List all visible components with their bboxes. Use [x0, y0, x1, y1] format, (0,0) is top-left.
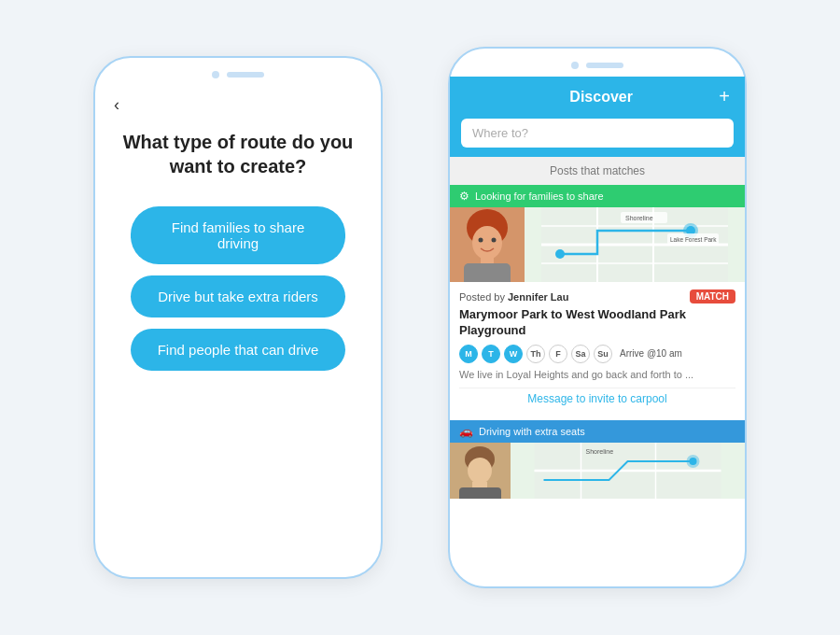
invite-link[interactable]: Message to invite to carpool: [459, 388, 735, 411]
svg-text:Shoreline: Shoreline: [625, 215, 653, 221]
share-icon: ⚙: [459, 190, 469, 203]
svg-text:Shoreline: Shoreline: [586, 448, 614, 455]
svg-rect-4: [464, 263, 511, 282]
card-1-body: Posted by Jennifer Lau MATCH Marymoor Pa…: [450, 282, 745, 418]
car-icon: 🚗: [459, 425, 473, 438]
card-2-image-row: Shoreline: [450, 443, 745, 499]
right-phone-content: Discover + Where to? Posts that matches …: [450, 77, 745, 572]
day-T: T: [482, 345, 500, 363]
drive-extra-button[interactable]: Drive but take extra riders: [131, 275, 345, 318]
posted-by-text: Posted by Jennifer Lau: [459, 291, 568, 303]
svg-point-13: [555, 249, 565, 259]
day-W: W: [504, 345, 523, 363]
left-phone-content: ‹ What type of route do you want to crea…: [95, 86, 381, 389]
left-phone: ‹ What type of route do you want to crea…: [93, 56, 383, 579]
right-phone: Discover + Where to? Posts that matches …: [448, 47, 747, 588]
find-families-button[interactable]: Find families to share driving: [131, 206, 345, 264]
card-2: 🚗 Driving with extra seats: [450, 420, 745, 499]
day-Th: Th: [526, 345, 545, 363]
card-1-image-row: Shoreline Lake Forest Park: [450, 207, 745, 282]
back-arrow[interactable]: ‹: [114, 95, 119, 115]
card-desc: We live in Loyal Heights and go back and…: [459, 369, 735, 380]
day-M: M: [459, 345, 478, 363]
svg-point-2: [472, 226, 502, 260]
card-2-avatar: [450, 443, 511, 499]
right-speaker: [586, 63, 623, 68]
posted-by-row: Posted by Jennifer Lau MATCH: [459, 289, 735, 303]
card-2-banner: 🚗 Driving with extra seats: [450, 420, 745, 443]
discover-header: Discover +: [450, 77, 745, 119]
day-Sa: Sa: [571, 345, 590, 363]
days-row: M T W Th F Sa Su Arrive @10 am: [459, 345, 735, 363]
card-2-map: Shoreline: [511, 443, 745, 499]
search-input[interactable]: Where to?: [461, 119, 734, 148]
route-options: Find families to share driving Drive but…: [114, 206, 362, 371]
svg-point-30: [690, 458, 697, 465]
left-speaker: [227, 72, 264, 78]
day-Su: Su: [594, 345, 612, 363]
svg-point-22: [468, 458, 492, 484]
right-phone-top: [450, 49, 745, 77]
svg-point-6: [492, 238, 497, 243]
svg-text:Lake Forest Park: Lake Forest Park: [670, 236, 717, 243]
route-question: What type of route do you want to create…: [114, 130, 362, 178]
right-camera: [571, 62, 579, 69]
search-wrapper: Where to?: [450, 119, 745, 157]
card-2-banner-text: Driving with extra seats: [479, 426, 585, 437]
card-1-map: Shoreline Lake Forest Park: [525, 207, 745, 282]
find-drivers-button[interactable]: Find people that can drive: [131, 329, 345, 371]
card-1-banner-text: Looking for families to share: [475, 190, 604, 202]
phones-container: ‹ What type of route do you want to crea…: [65, 28, 775, 607]
card-1: ⚙ Looking for families to share: [450, 185, 745, 418]
svg-rect-24: [459, 487, 501, 499]
card-title: Marymoor Park to West Woodland Park Play…: [459, 307, 735, 339]
match-badge: MATCH: [690, 289, 735, 303]
discover-title: Discover: [483, 89, 719, 106]
arrive-time: Arrive @10 am: [620, 348, 682, 359]
plus-button[interactable]: +: [719, 86, 730, 107]
day-F: F: [549, 345, 567, 363]
left-camera: [212, 71, 219, 78]
card-1-avatar: [450, 207, 525, 282]
left-phone-top: [95, 58, 381, 86]
svg-point-5: [479, 238, 483, 243]
poster-name: Jennifer Lau: [508, 291, 568, 303]
posts-label: Posts that matches: [450, 157, 745, 185]
card-1-banner: ⚙ Looking for families to share: [450, 185, 745, 207]
